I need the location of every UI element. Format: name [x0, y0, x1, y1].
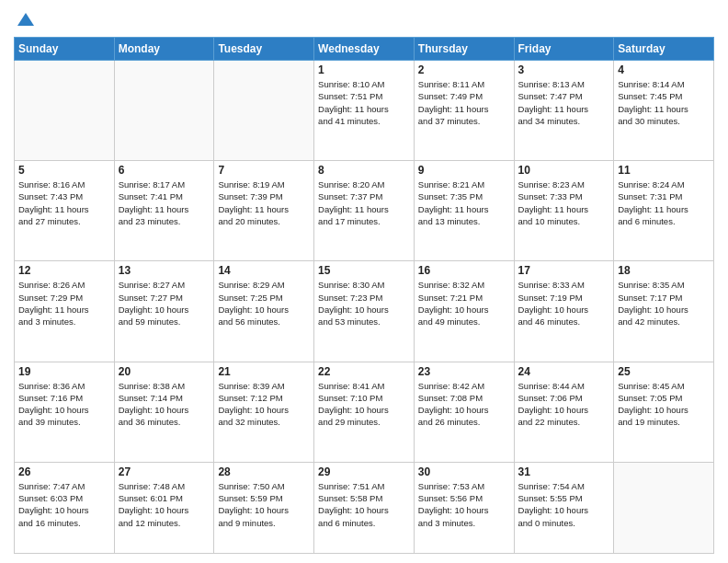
day-number: 3 — [518, 63, 610, 76]
calendar-cell: 19Sunrise: 8:36 AMSunset: 7:16 PMDayligh… — [15, 362, 115, 462]
cell-text: Sunrise: 8:21 AMSunset: 7:35 PMDaylight:… — [418, 178, 510, 227]
cell-text: Sunrise: 8:24 AMSunset: 7:31 PMDaylight:… — [618, 178, 710, 227]
cell-text: Sunrise: 8:23 AMSunset: 7:33 PMDaylight:… — [518, 178, 610, 227]
calendar-cell: 8Sunrise: 8:20 AMSunset: 7:37 PMDaylight… — [314, 161, 415, 261]
cell-text: Sunrise: 7:51 AMSunset: 5:58 PMDaylight:… — [318, 480, 410, 529]
day-number: 16 — [418, 264, 510, 277]
day-number: 17 — [518, 264, 610, 277]
day-number: 11 — [618, 164, 710, 177]
day-number: 2 — [418, 63, 510, 76]
weekday-header-friday: Friday — [514, 38, 614, 61]
weekday-header-tuesday: Tuesday — [214, 38, 314, 61]
cell-text: Sunrise: 8:42 AMSunset: 7:08 PMDaylight:… — [418, 380, 510, 429]
day-number: 18 — [618, 264, 710, 277]
weekday-header-row: SundayMondayTuesdayWednesdayThursdayFrid… — [15, 38, 714, 61]
day-number: 28 — [218, 465, 310, 478]
svg-marker-0 — [17, 13, 34, 26]
calendar-cell: 10Sunrise: 8:23 AMSunset: 7:33 PMDayligh… — [514, 161, 614, 261]
cell-text: Sunrise: 8:30 AMSunset: 7:23 PMDaylight:… — [318, 279, 410, 327]
day-number: 26 — [18, 465, 110, 478]
calendar-cell: 4Sunrise: 8:14 AMSunset: 7:45 PMDaylight… — [614, 61, 714, 161]
cell-text: Sunrise: 8:13 AMSunset: 7:47 PMDaylight:… — [518, 78, 610, 127]
day-number: 8 — [318, 164, 410, 177]
calendar-cell: 25Sunrise: 8:45 AMSunset: 7:05 PMDayligh… — [614, 362, 714, 462]
cell-text: Sunrise: 7:47 AMSunset: 6:03 PMDaylight:… — [18, 480, 110, 529]
day-number: 12 — [18, 264, 110, 277]
calendar-cell: 23Sunrise: 8:42 AMSunset: 7:08 PMDayligh… — [414, 362, 514, 462]
day-number: 22 — [318, 365, 410, 378]
day-number: 30 — [418, 465, 510, 478]
cell-text: Sunrise: 8:26 AMSunset: 7:29 PMDaylight:… — [18, 279, 110, 327]
day-number: 19 — [18, 365, 110, 378]
calendar-cell: 15Sunrise: 8:30 AMSunset: 7:23 PMDayligh… — [314, 261, 415, 362]
calendar-cell: 14Sunrise: 8:29 AMSunset: 7:25 PMDayligh… — [214, 261, 314, 362]
day-number: 6 — [119, 164, 210, 177]
cell-text: Sunrise: 8:36 AMSunset: 7:16 PMDaylight:… — [18, 380, 110, 429]
calendar-cell — [614, 462, 714, 553]
calendar-cell: 3Sunrise: 8:13 AMSunset: 7:47 PMDaylight… — [514, 61, 614, 161]
day-number: 10 — [518, 164, 610, 177]
cell-text: Sunrise: 7:54 AMSunset: 5:55 PMDaylight:… — [518, 480, 610, 529]
day-number: 21 — [218, 365, 310, 378]
week-row-1: 1Sunrise: 8:10 AMSunset: 7:51 PMDaylight… — [15, 61, 714, 161]
day-number: 1 — [318, 63, 410, 76]
day-number: 31 — [518, 465, 610, 478]
weekday-header-wednesday: Wednesday — [314, 38, 415, 61]
day-number: 23 — [418, 365, 510, 378]
calendar-cell: 5Sunrise: 8:16 AMSunset: 7:43 PMDaylight… — [15, 161, 115, 261]
calendar-cell: 6Sunrise: 8:17 AMSunset: 7:41 PMDaylight… — [114, 161, 214, 261]
calendar-cell: 12Sunrise: 8:26 AMSunset: 7:29 PMDayligh… — [15, 261, 115, 362]
calendar-cell: 20Sunrise: 8:38 AMSunset: 7:14 PMDayligh… — [114, 362, 214, 462]
calendar-cell: 21Sunrise: 8:39 AMSunset: 7:12 PMDayligh… — [214, 362, 314, 462]
calendar-cell: 27Sunrise: 7:48 AMSunset: 6:01 PMDayligh… — [114, 462, 214, 553]
day-number: 9 — [418, 164, 510, 177]
day-number: 15 — [318, 264, 410, 277]
day-number: 14 — [218, 264, 310, 277]
calendar-cell: 2Sunrise: 8:11 AMSunset: 7:49 PMDaylight… — [414, 61, 514, 161]
cell-text: Sunrise: 8:45 AMSunset: 7:05 PMDaylight:… — [618, 380, 710, 429]
calendar-cell: 30Sunrise: 7:53 AMSunset: 5:56 PMDayligh… — [414, 462, 514, 553]
cell-text: Sunrise: 8:38 AMSunset: 7:14 PMDaylight:… — [119, 380, 210, 429]
cell-text: Sunrise: 8:33 AMSunset: 7:19 PMDaylight:… — [518, 279, 610, 327]
cell-text: Sunrise: 8:17 AMSunset: 7:41 PMDaylight:… — [119, 178, 210, 227]
day-number: 5 — [18, 164, 110, 177]
cell-text: Sunrise: 8:10 AMSunset: 7:51 PMDaylight:… — [318, 78, 410, 127]
logo — [14, 9, 36, 29]
cell-text: Sunrise: 8:19 AMSunset: 7:39 PMDaylight:… — [218, 178, 310, 227]
logo-text — [14, 9, 36, 29]
calendar-cell: 17Sunrise: 8:33 AMSunset: 7:19 PMDayligh… — [514, 261, 614, 362]
cell-text: Sunrise: 8:44 AMSunset: 7:06 PMDaylight:… — [518, 380, 610, 429]
day-number: 4 — [618, 63, 710, 76]
calendar-cell: 11Sunrise: 8:24 AMSunset: 7:31 PMDayligh… — [614, 161, 714, 261]
cell-text: Sunrise: 8:16 AMSunset: 7:43 PMDaylight:… — [18, 178, 110, 227]
calendar-cell: 24Sunrise: 8:44 AMSunset: 7:06 PMDayligh… — [514, 362, 614, 462]
day-number: 27 — [119, 465, 210, 478]
calendar-cell: 13Sunrise: 8:27 AMSunset: 7:27 PMDayligh… — [114, 261, 214, 362]
week-row-4: 19Sunrise: 8:36 AMSunset: 7:16 PMDayligh… — [15, 362, 714, 462]
page: SundayMondayTuesdayWednesdayThursdayFrid… — [0, 0, 728, 563]
weekday-header-thursday: Thursday — [414, 38, 514, 61]
cell-text: Sunrise: 8:11 AMSunset: 7:49 PMDaylight:… — [418, 78, 510, 127]
calendar-cell: 22Sunrise: 8:41 AMSunset: 7:10 PMDayligh… — [314, 362, 415, 462]
calendar-cell: 7Sunrise: 8:19 AMSunset: 7:39 PMDaylight… — [214, 161, 314, 261]
cell-text: Sunrise: 7:48 AMSunset: 6:01 PMDaylight:… — [119, 480, 210, 529]
week-row-5: 26Sunrise: 7:47 AMSunset: 6:03 PMDayligh… — [15, 462, 714, 553]
calendar-cell: 9Sunrise: 8:21 AMSunset: 7:35 PMDaylight… — [414, 161, 514, 261]
weekday-header-saturday: Saturday — [614, 38, 714, 61]
day-number: 20 — [119, 365, 210, 378]
header — [14, 9, 714, 29]
calendar-cell: 18Sunrise: 8:35 AMSunset: 7:17 PMDayligh… — [614, 261, 714, 362]
calendar-cell: 29Sunrise: 7:51 AMSunset: 5:58 PMDayligh… — [314, 462, 415, 553]
day-number: 13 — [119, 264, 210, 277]
weekday-header-sunday: Sunday — [15, 38, 115, 61]
calendar-cell — [214, 61, 314, 161]
cell-text: Sunrise: 7:53 AMSunset: 5:56 PMDaylight:… — [418, 480, 510, 529]
cell-text: Sunrise: 7:50 AMSunset: 5:59 PMDaylight:… — [218, 480, 310, 529]
cell-text: Sunrise: 8:29 AMSunset: 7:25 PMDaylight:… — [218, 279, 310, 327]
day-number: 7 — [218, 164, 310, 177]
calendar-cell: 16Sunrise: 8:32 AMSunset: 7:21 PMDayligh… — [414, 261, 514, 362]
calendar-cell — [114, 61, 214, 161]
calendar-table: SundayMondayTuesdayWednesdayThursdayFrid… — [14, 37, 714, 554]
cell-text: Sunrise: 8:39 AMSunset: 7:12 PMDaylight:… — [218, 380, 310, 429]
cell-text: Sunrise: 8:35 AMSunset: 7:17 PMDaylight:… — [618, 279, 710, 327]
